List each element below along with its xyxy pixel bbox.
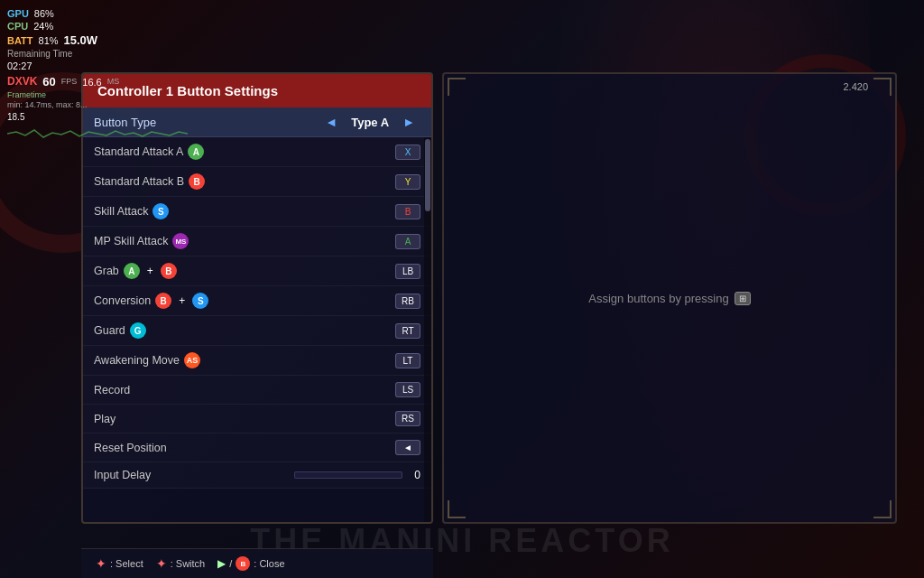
- setting-name-mp-skill-attack: MP Skill Attack MS: [94, 233, 395, 249]
- hud-time: 02:27: [7, 60, 32, 72]
- hint-select: ✦ : Select: [96, 556, 143, 571]
- arrow-left-button[interactable]: ◄: [319, 115, 343, 129]
- badge-s-skill: S: [152, 203, 169, 219]
- type-value: Type A: [343, 116, 397, 129]
- badge-ms-mp: MS: [172, 233, 189, 249]
- setting-name-standard-attack-b: Standard Attack B B: [94, 173, 395, 190]
- hud-ms-value: 16.6: [82, 76, 101, 89]
- setting-row-reset-position[interactable]: Reset Position ◄: [83, 434, 431, 462]
- setting-row-standard-attack-b[interactable]: Standard Attack B B Y: [83, 167, 431, 197]
- binding-badge-rt: RT: [395, 323, 420, 339]
- hud-dxvk-label: DXVK: [7, 75, 37, 89]
- corner-decoration-br: [873, 500, 892, 518]
- setting-row-input-delay[interactable]: Input Delay 0: [83, 462, 431, 489]
- binding-guard: RT: [395, 323, 420, 339]
- setting-name-grab: Grab A + B: [94, 263, 395, 279]
- binding-badge-dpad-left: ◄: [395, 440, 420, 455]
- binding-badge-a: A: [395, 234, 420, 249]
- play-icon: ▶: [217, 557, 226, 570]
- binding-badge-lt: LT: [395, 353, 420, 368]
- binding-badge-rs: RS: [395, 411, 420, 426]
- hud-avg: 18.5: [7, 111, 24, 123]
- setting-name-record: Record: [94, 384, 395, 396]
- setting-row-conversion[interactable]: Conversion B + S RB: [83, 286, 431, 316]
- hint-close: ▶ / B : Close: [217, 556, 284, 571]
- hud-batt-label: BATT: [7, 34, 33, 47]
- setting-row-grab[interactable]: Grab A + B LB: [83, 256, 431, 286]
- binding-skill-attack: B: [395, 204, 420, 219]
- panel-number: 2.420: [843, 81, 868, 92]
- badge-a-grab: A: [124, 263, 140, 279]
- binding-awakening-move: LT: [395, 353, 420, 368]
- setting-row-awakening-move[interactable]: Awakening Move AS LT: [83, 346, 431, 376]
- hud-overlay: GPU 86% CPU 24% BATT 81% 15.0W Remaining…: [7, 7, 188, 145]
- badge-b-standard: B: [189, 173, 205, 190]
- setting-name-standard-attack-a: Standard Attack A A: [94, 144, 395, 160]
- close-label: : Close: [254, 558, 284, 569]
- hud-frametime-label: Frametime: [7, 90, 46, 101]
- binding-badge-rb: RB: [395, 294, 420, 309]
- corner-decoration-bl: [448, 500, 466, 518]
- switch-icon: ✦: [156, 556, 167, 571]
- setting-name-input-delay: Input Delay: [94, 469, 294, 481]
- hud-remaining-label: Remaining Time: [7, 48, 72, 60]
- dpad-icon: ✦: [96, 556, 106, 571]
- badge-as-awakening: AS: [184, 352, 200, 368]
- binding-badge-x: X: [395, 144, 420, 160]
- hud-fps-sup: FPS: [61, 77, 78, 88]
- setting-name-reset-position: Reset Position: [94, 442, 395, 454]
- bottom-bar: ✦ : Select ✦ : Switch ▶ / B : Close: [81, 548, 433, 578]
- setting-row-record[interactable]: Record LS: [83, 376, 431, 405]
- right-panel: 2.420 Assign buttons by pressing ⊞: [442, 72, 897, 524]
- binding-reset-position: ◄: [395, 440, 420, 455]
- setting-row-mp-skill-attack[interactable]: MP Skill Attack MS A: [83, 227, 431, 256]
- assign-text: Assign buttons by pressing ⊞: [588, 292, 750, 305]
- setting-row-guard[interactable]: Guard G RT: [83, 316, 431, 346]
- badge-g-guard: G: [130, 322, 146, 339]
- hud-batt-wattage: 15.0W: [64, 33, 98, 49]
- badge-s-conversion: S: [192, 293, 208, 309]
- setting-name-play: Play: [94, 413, 395, 425]
- binding-standard-attack-b: Y: [395, 174, 420, 190]
- input-delay-value: 0: [410, 469, 420, 481]
- hud-batt-value: 81%: [39, 34, 59, 47]
- setting-name-guard: Guard G: [94, 322, 395, 339]
- hud-cpu-label: CPU: [7, 20, 28, 33]
- binding-standard-attack-a: X: [395, 144, 420, 160]
- select-label: : Select: [110, 558, 143, 569]
- hud-ms-sup: MS: [107, 77, 120, 88]
- hud-gpu-value: 86%: [34, 7, 54, 20]
- corner-decoration-tl: [448, 78, 466, 96]
- corner-decoration-tr: [873, 78, 892, 96]
- b-button-icon: B: [236, 556, 250, 571]
- binding-badge-ls: LS: [395, 382, 420, 397]
- badge-a-standard: A: [188, 144, 204, 160]
- setting-row-skill-attack[interactable]: Skill Attack S B: [83, 197, 431, 227]
- plus-grab: +: [147, 265, 153, 277]
- slash-separator: /: [229, 558, 232, 569]
- setting-row-play[interactable]: Play RS: [83, 405, 431, 434]
- hud-fps-value: 60: [42, 75, 55, 90]
- binding-conversion: RB: [395, 294, 420, 309]
- arrow-right-button[interactable]: ►: [397, 115, 420, 129]
- binding-badge-lb: LB: [395, 264, 420, 279]
- setting-name-awakening-move: Awakening Move AS: [94, 352, 395, 368]
- scrollbar[interactable]: [424, 137, 431, 522]
- setting-name-skill-attack: Skill Attack S: [94, 203, 395, 219]
- input-delay-bar[interactable]: [294, 471, 402, 479]
- binding-badge-b: B: [395, 204, 420, 219]
- hud-minmax: min: 14.7ms, max: 8...: [7, 100, 88, 111]
- binding-grab: LB: [395, 264, 420, 279]
- controller-icon: ⊞: [735, 292, 751, 305]
- hud-cpu-value: 24%: [33, 20, 53, 33]
- binding-record: LS: [395, 382, 420, 397]
- scroll-thumb[interactable]: [425, 139, 430, 211]
- assign-label: Assign buttons by pressing: [588, 292, 728, 305]
- binding-mp-skill-attack: A: [395, 234, 420, 249]
- panels-area: Controller 1 Button Settings Button Type…: [81, 72, 897, 524]
- setting-name-conversion: Conversion B + S: [94, 293, 395, 309]
- frametime-waveform: [7, 125, 188, 143]
- badge-b-grab: B: [161, 263, 177, 279]
- binding-badge-y: Y: [395, 174, 420, 190]
- binding-play: RS: [395, 411, 420, 426]
